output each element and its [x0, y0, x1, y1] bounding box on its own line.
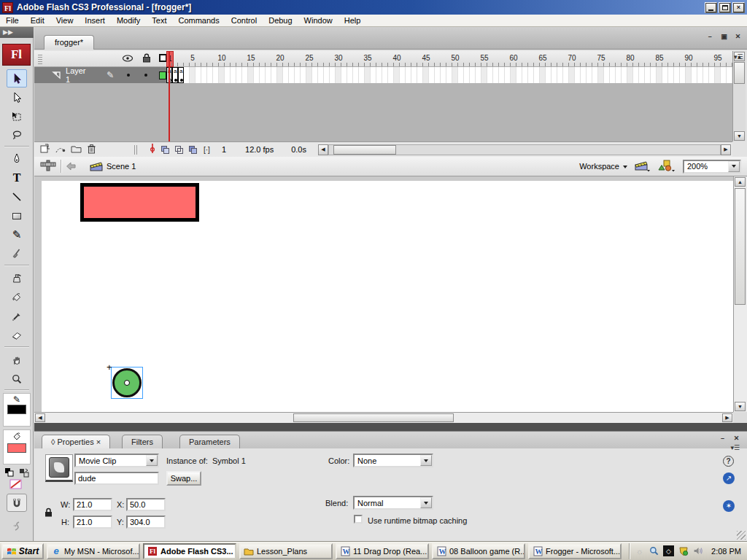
frame-69[interactable]	[563, 67, 569, 83]
paint-bucket-tool[interactable]	[7, 288, 27, 306]
restore-button[interactable]	[719, 2, 731, 13]
workspace-button[interactable]: Workspace	[579, 162, 619, 171]
layer-row[interactable]: Layer 1 ✎ aaa	[34, 67, 732, 83]
frame-10[interactable]	[219, 67, 225, 83]
frame-31[interactable]	[341, 67, 347, 83]
scroll-thumb[interactable]	[735, 188, 746, 305]
frame-92[interactable]	[697, 67, 703, 83]
frame-96[interactable]	[721, 67, 727, 83]
frame-73[interactable]	[587, 67, 592, 83]
frame-45[interactable]	[423, 67, 429, 83]
scroll-up-button[interactable]: ▲	[735, 177, 746, 187]
timeline-hscroll-right-button[interactable]: ▶	[721, 144, 731, 155]
playhead-line[interactable]	[169, 51, 170, 141]
rectangle-tool[interactable]	[7, 206, 27, 225]
minimize-button[interactable]	[705, 2, 717, 13]
frame-28[interactable]	[324, 67, 330, 83]
layer-label-zone[interactable]: Layer 1 ✎	[34, 67, 166, 83]
frame-54[interactable]	[476, 67, 481, 83]
frame-57[interactable]	[493, 67, 499, 83]
frame-11[interactable]	[225, 67, 231, 83]
height-input[interactable]	[73, 516, 112, 529]
menu-view[interactable]: View	[50, 15, 80, 26]
frame-25[interactable]	[306, 67, 312, 83]
frame-9[interactable]	[213, 67, 219, 83]
x-input[interactable]	[126, 498, 166, 511]
taskbar-button-lesson-plans[interactable]: Lesson_Plans	[239, 543, 333, 559]
frame-50[interactable]	[452, 67, 458, 83]
taskbar-button-11-drag-drop-rea[interactable]: W11 Drag Drop (Rea...	[336, 543, 429, 559]
frame-55[interactable]	[481, 67, 487, 83]
free-transform-tool[interactable]	[7, 107, 27, 125]
help-icon[interactable]: ?	[723, 456, 734, 467]
close-button[interactable]: ×	[732, 2, 745, 13]
frame-85[interactable]	[657, 67, 662, 83]
frame-4[interactable]	[184, 67, 190, 83]
scroll-thumb[interactable]	[734, 62, 745, 84]
width-input[interactable]	[73, 498, 112, 511]
frame-6[interactable]	[196, 67, 201, 83]
menu-control[interactable]: Control	[225, 15, 263, 26]
frame-19[interactable]	[271, 67, 277, 83]
timeline-vscrollbar[interactable]: ▲ ▼	[732, 51, 746, 141]
back-arrow-icon[interactable]	[66, 162, 76, 171]
panel-close-button[interactable]: ✕	[733, 32, 743, 41]
frame-49[interactable]	[446, 67, 452, 83]
edit-in-place-icon[interactable]: ↗	[723, 472, 735, 484]
scroll-down-button[interactable]: ▼	[735, 402, 746, 411]
frame-34[interactable]	[359, 67, 365, 83]
frame-21[interactable]	[283, 67, 289, 83]
frame-41[interactable]	[400, 67, 406, 83]
instance-name-input[interactable]	[74, 472, 159, 485]
constrain-lock-icon[interactable]	[44, 508, 53, 519]
blend-dropdown-button[interactable]	[420, 497, 432, 508]
timeline-hscroll-left-button[interactable]: ◀	[318, 144, 328, 155]
show-hide-eye-icon[interactable]	[122, 54, 133, 63]
frame-40[interactable]	[394, 67, 400, 83]
lock-icon[interactable]	[142, 53, 151, 63]
black-white-colors-button[interactable]	[4, 467, 15, 479]
menu-insert[interactable]: Insert	[79, 15, 111, 26]
start-button[interactable]: Start	[1, 543, 44, 559]
frame-44[interactable]	[417, 67, 423, 83]
frame-59[interactable]	[505, 67, 511, 83]
properties-close-button[interactable]: ✕	[732, 434, 741, 443]
frame-86[interactable]	[662, 67, 668, 83]
frame-63[interactable]	[528, 67, 534, 83]
menu-modify[interactable]: Modify	[111, 15, 146, 26]
scroll-down-button[interactable]: ▼	[734, 131, 745, 141]
stage[interactable]: +	[42, 181, 733, 412]
y-input[interactable]	[126, 516, 166, 529]
frame-17[interactable]	[260, 67, 266, 83]
selection-bounding-box[interactable]: +	[111, 367, 143, 399]
frame-71[interactable]	[575, 67, 581, 83]
frame-67[interactable]	[551, 67, 557, 83]
frame-47[interactable]	[435, 67, 441, 83]
eraser-tool[interactable]	[7, 326, 27, 344]
timeline-panel-menu-icon[interactable]: ▾☰	[734, 53, 743, 61]
insert-layer-button[interactable]	[39, 144, 50, 155]
properties-panel-menu-icon[interactable]: ▾☰	[730, 444, 740, 451]
frame-39[interactable]	[388, 67, 394, 83]
frame-53[interactable]	[470, 67, 476, 83]
tray-speaker-icon[interactable]	[692, 545, 703, 556]
frame-56[interactable]	[487, 67, 493, 83]
stage-hscrollbar[interactable]: ◀ ▶	[34, 412, 733, 423]
red-rectangle-shape[interactable]	[80, 183, 199, 222]
tools-collapse-button[interactable]: ▶▶	[0, 27, 34, 38]
timeline-ruler[interactable]: 1 5101520253035404550556065707580859095	[166, 51, 732, 67]
workspace-dropdown-arrow[interactable]	[623, 166, 627, 168]
stroke-color-control[interactable]: ✎	[3, 393, 31, 427]
insert-folder-button[interactable]	[71, 144, 82, 155]
frame-58[interactable]	[499, 67, 505, 83]
edit-symbols-button[interactable]	[658, 160, 676, 174]
pen-tool[interactable]	[7, 149, 27, 168]
frames-strip[interactable]: aaa	[166, 67, 732, 83]
delete-layer-trash-button[interactable]	[87, 144, 96, 155]
taskbar-button-my-msn-microsof[interactable]: eMy MSN - Microsof...	[47, 543, 140, 559]
frame-77[interactable]	[610, 67, 616, 83]
layer-outline-color-swatch[interactable]	[159, 71, 166, 79]
frame-30[interactable]	[336, 67, 341, 83]
selection-tool[interactable]	[7, 69, 27, 88]
frame-32[interactable]	[347, 67, 353, 83]
